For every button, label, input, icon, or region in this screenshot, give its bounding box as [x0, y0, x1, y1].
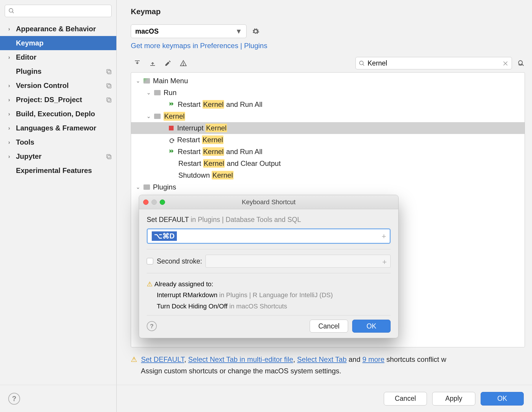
assigned-item-1: Interrupt RMarkdown in Plugins | R Langu…	[147, 290, 391, 300]
shortcut-text: ⌥⌘D	[152, 231, 177, 241]
chevron-right-icon: ›	[8, 153, 13, 160]
add-stroke-icon[interactable]: +	[382, 257, 387, 267]
apply-button[interactable]: Apply	[432, 392, 475, 406]
keymap-toolbar	[131, 57, 525, 69]
sidebar-item-languages[interactable]: ›Languages & Framewor	[0, 121, 116, 135]
gear-icon[interactable]	[252, 27, 260, 35]
sidebar-item-jupyter[interactable]: ›Jupyter	[0, 149, 116, 164]
help-button[interactable]: ?	[8, 393, 20, 405]
sidebar-item-version-control[interactable]: ›Version Control	[0, 79, 116, 93]
tree-label: Main Menu	[153, 77, 188, 85]
dialog-cancel-button[interactable]: Cancel	[310, 320, 348, 333]
dialog-body: Set DEFAULT in Plugins | Database Tools …	[139, 209, 398, 338]
conflict-notice-line2: Assign custom shortcuts or change the ma…	[131, 365, 511, 377]
svg-rect-2	[107, 69, 110, 73]
chevron-right-icon: ›	[8, 139, 13, 145]
tree-item-shutdown-kernel[interactable]: Shutdown Kernel	[131, 169, 525, 181]
collapse-all-icon[interactable]	[149, 60, 156, 67]
tree-label: Kernel	[164, 112, 185, 121]
svg-rect-9	[108, 156, 111, 159]
run-all-icon	[169, 100, 175, 109]
already-assigned-block: ⚠Already assigned to: Interrupt RMarkdow…	[147, 279, 391, 312]
svg-rect-5	[108, 85, 111, 88]
toolbar-icons	[131, 60, 187, 67]
chevron-right-icon: ›	[8, 125, 13, 131]
tree-node-run[interactable]: ⌄Run	[131, 87, 525, 99]
divider	[147, 249, 391, 249]
stop-icon	[169, 126, 174, 130]
tree-item-interrupt-kernel[interactable]: Interrupt Kernel	[131, 122, 525, 134]
expand-all-icon[interactable]	[134, 60, 141, 67]
clear-icon[interactable]	[502, 60, 509, 67]
keymap-select[interactable]: macOS ▼	[131, 24, 247, 38]
sidebar-search-input[interactable]	[5, 5, 112, 17]
conflict-link-next-tab-2[interactable]: Select Next Tab	[297, 355, 347, 363]
sidebar-item-appearance[interactable]: ›Appearance & Behavior	[0, 22, 116, 36]
sidebar-item-editor[interactable]: ›Editor	[0, 50, 116, 64]
svg-rect-4	[107, 84, 110, 87]
tree-node-main-menu[interactable]: ⌄Main Menu	[131, 75, 525, 87]
search-icon	[8, 8, 15, 14]
chevron-right-icon: ›	[8, 97, 13, 103]
get-more-keymaps-link[interactable]: Get more keymaps in Preferences | Plugin…	[131, 42, 525, 50]
find-shortcut-icon[interactable]	[517, 59, 525, 67]
tree-label: Restart Kernel and Run All	[178, 100, 262, 109]
chevron-right-icon: ›	[8, 26, 13, 32]
project-badge-icon	[106, 97, 112, 103]
tree-item-restart-kernel[interactable]: Restart Kernel	[131, 134, 525, 146]
tree-item-restart-run-all-2[interactable]: Restart Kernel and Run All	[131, 146, 525, 158]
sidebar-item-label: Editor	[16, 53, 36, 61]
divider	[147, 273, 391, 273]
sidebar-item-label: Project: DS_Project	[16, 96, 82, 104]
second-stroke-label: Second stroke:	[157, 257, 202, 265]
tree-label: Restart Kernel and Clear Output	[178, 159, 281, 168]
sidebar-item-project[interactable]: ›Project: DS_Project	[0, 93, 116, 107]
sidebar-item-label: Appearance & Behavior	[16, 25, 96, 33]
tree-node-kernel[interactable]: ⌄Kernel	[131, 110, 525, 122]
conflict-link-more[interactable]: 9 more	[362, 355, 384, 363]
set-default-label: Set DEFAULT in Plugins | Database Tools …	[147, 216, 391, 224]
sidebar-item-label: Experimental Features	[16, 166, 92, 175]
tree-node-plugins[interactable]: ⌄Plugins	[131, 181, 525, 193]
cancel-button[interactable]: Cancel	[384, 392, 427, 406]
action-search-input[interactable]	[368, 57, 500, 69]
svg-line-17	[363, 64, 364, 66]
ok-button[interactable]: OK	[481, 392, 524, 406]
shortcut-input[interactable]: ⌥⌘D +	[147, 228, 391, 244]
dialog-title-bar: Keyboard Shortcut	[139, 195, 398, 209]
tree-item-restart-clear[interactable]: Restart Kernel and Clear Output	[131, 158, 525, 169]
assigned-item-2: Turn Dock Hiding On/Off in macOS Shortcu…	[147, 301, 391, 312]
conflict-link-next-tab-1[interactable]: Select Next Tab in multi-editor file	[188, 355, 293, 363]
tree-label: Plugins	[153, 183, 176, 191]
project-badge-icon	[106, 153, 112, 159]
folder-icon	[143, 78, 150, 84]
svg-rect-7	[108, 99, 111, 102]
second-stroke-checkbox[interactable]	[147, 258, 153, 264]
edit-icon[interactable]	[164, 60, 172, 67]
folder-icon	[154, 114, 161, 119]
svg-point-0	[9, 9, 13, 12]
sidebar-item-tools[interactable]: ›Tools	[0, 135, 116, 149]
conflict-link-set-default[interactable]: Set DEFAULT	[141, 355, 184, 363]
run-all-icon	[169, 148, 175, 156]
sidebar-item-build[interactable]: ›Build, Execution, Deplo	[0, 107, 116, 121]
warning-icon: ⚠	[147, 280, 153, 288]
tree-label: Shutdown Kernel	[178, 171, 234, 179]
second-stroke-input[interactable]: +	[205, 255, 391, 268]
sidebar-item-experimental[interactable]: Experimental Features	[0, 164, 116, 178]
add-shortcut-icon[interactable]: +	[382, 232, 386, 241]
project-badge-icon	[106, 83, 112, 89]
dialog-help-button[interactable]: ?	[147, 321, 157, 331]
dialog-ok-button[interactable]: OK	[352, 320, 391, 333]
sidebar-item-keymap[interactable]: Keymap	[0, 36, 116, 50]
sidebar-item-plugins[interactable]: Plugins	[0, 64, 116, 79]
svg-rect-6	[107, 98, 110, 101]
keyboard-shortcut-dialog: Keyboard Shortcut Set DEFAULT in Plugins…	[139, 195, 399, 338]
svg-point-15	[183, 65, 184, 65]
search-icon	[359, 60, 365, 67]
warning-icon[interactable]	[180, 60, 187, 67]
tree-label: Restart Kernel	[177, 136, 223, 144]
refresh-icon	[169, 137, 174, 143]
keymap-select-row: macOS ▼	[131, 24, 525, 38]
tree-item-restart-run-all[interactable]: Restart Kernel and Run All	[131, 99, 525, 110]
